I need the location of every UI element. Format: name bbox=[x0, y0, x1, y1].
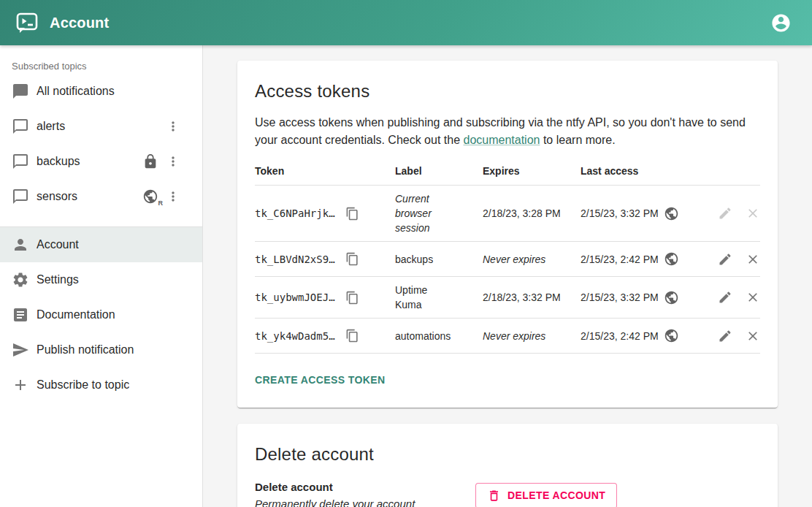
subscribed-topics-label: Subscribed topics bbox=[12, 61, 191, 72]
nav-label: Documentation bbox=[37, 308, 191, 321]
token-table-row: tk_C6NPaHrjk… Current browser session 2/… bbox=[255, 186, 760, 242]
chat-bubble-filled-icon bbox=[12, 83, 29, 100]
access-tokens-card: Access tokens Use access tokens when pub… bbox=[237, 61, 778, 408]
send-icon bbox=[12, 341, 29, 359]
sidebar-item-documentation[interactable]: Documentation bbox=[0, 297, 202, 332]
plus-icon bbox=[12, 376, 29, 394]
copy-icon[interactable] bbox=[345, 329, 359, 343]
person-icon bbox=[12, 236, 29, 254]
sidebar-topic-alerts[interactable]: alerts bbox=[0, 109, 202, 144]
topic-label: alerts bbox=[37, 120, 166, 133]
delete-token-icon[interactable] bbox=[746, 290, 760, 305]
delete-account-title: Delete account bbox=[255, 444, 760, 465]
delete-account-row-title: Delete account bbox=[255, 481, 475, 493]
token-value: tk_yk4wDadm5… bbox=[255, 330, 335, 342]
token-label: Current browser session bbox=[395, 191, 456, 235]
token-last-access: 2/15/23, 3:32 PM bbox=[581, 207, 659, 219]
edit-token-icon[interactable] bbox=[718, 329, 732, 343]
delete-token-icon[interactable] bbox=[746, 329, 760, 343]
delete-account-button[interactable]: DELETE ACCOUNT bbox=[475, 483, 617, 507]
col-header-label: Label bbox=[395, 158, 483, 185]
chat-bubble-outline-icon bbox=[12, 188, 29, 205]
token-expires: Never expires bbox=[483, 242, 581, 276]
token-table-row: tk_yk4wDadm5… automations Never expires … bbox=[255, 319, 760, 354]
sidebar-topic-backups[interactable]: backups bbox=[0, 144, 202, 179]
token-last-access: 2/15/23, 2:42 PM bbox=[581, 330, 659, 342]
token-table-row: tk_LBVdN2xS9… backups Never expires 2/15… bbox=[255, 242, 760, 277]
topic-menu-icon[interactable] bbox=[166, 118, 180, 135]
edit-token-icon[interactable] bbox=[718, 290, 732, 305]
sidebar: Subscribed topics All notificationsalert… bbox=[0, 45, 203, 507]
globe-reserved-icon: R bbox=[142, 188, 158, 205]
main-content: Access tokens Use access tokens when pub… bbox=[203, 45, 812, 507]
copy-icon[interactable] bbox=[345, 291, 359, 305]
chat-bubble-outline-icon bbox=[12, 118, 29, 135]
token-expires: Never expires bbox=[483, 319, 581, 353]
lock-icon bbox=[142, 153, 158, 169]
nav-label: Settings bbox=[37, 273, 191, 286]
sidebar-topics: All notificationsalertsbackupssensorsR bbox=[0, 74, 202, 214]
col-header-expires: Expires bbox=[483, 158, 581, 185]
edit-token-icon bbox=[718, 206, 732, 221]
page-title: Account bbox=[50, 15, 109, 31]
access-tokens-description: Use access tokens when publishing and su… bbox=[255, 114, 760, 149]
token-label: backups bbox=[395, 252, 433, 267]
sidebar-item-settings[interactable]: Settings bbox=[0, 262, 202, 297]
token-expires: 2/18/23, 3:28 PM bbox=[483, 197, 581, 231]
sidebar-item-account[interactable]: Account bbox=[0, 227, 202, 262]
tokens-table-header: Token Label Expires Last access bbox=[255, 158, 760, 186]
topic-menu-icon[interactable] bbox=[166, 188, 180, 205]
copy-icon[interactable] bbox=[345, 207, 359, 221]
ntfy-terminal-bubble-icon bbox=[15, 10, 39, 35]
globe-icon bbox=[664, 206, 679, 221]
article-icon bbox=[12, 306, 29, 324]
chat-bubble-outline-icon bbox=[12, 153, 29, 170]
delete-account-card: Delete account Delete account Permanentl… bbox=[237, 424, 778, 507]
globe-icon bbox=[664, 251, 679, 267]
token-label: Uptime Kuma bbox=[395, 283, 456, 312]
token-expires: 2/18/23, 3:32 PM bbox=[483, 281, 581, 315]
sidebar-item-subscribe-to-topic[interactable]: Subscribe to topic bbox=[0, 367, 202, 403]
token-value: tk_LBVdN2xS9… bbox=[255, 254, 335, 265]
documentation-link[interactable]: documentation bbox=[464, 134, 540, 146]
delete-account-row-subtitle: Permanently delete your account bbox=[255, 498, 475, 507]
nav-label: Publish notification bbox=[37, 343, 191, 357]
delete-token-icon[interactable] bbox=[746, 252, 760, 267]
delete-account-button-label: DELETE ACCOUNT bbox=[508, 489, 605, 501]
create-access-token-button[interactable]: CREATE ACCESS TOKEN bbox=[255, 370, 385, 390]
tokens-table: Token Label Expires Last access tk_C6NPa… bbox=[255, 158, 760, 354]
globe-icon bbox=[664, 290, 679, 305]
trash-icon bbox=[487, 489, 501, 503]
access-tokens-title: Access tokens bbox=[255, 81, 760, 102]
topic-label: sensors bbox=[37, 190, 142, 203]
token-label: automations bbox=[395, 329, 451, 343]
col-header-token: Token bbox=[255, 158, 395, 185]
token-last-access: 2/15/23, 3:32 PM bbox=[581, 291, 659, 303]
col-header-last-access: Last access bbox=[581, 158, 696, 185]
topic-label: All notifications bbox=[37, 85, 191, 98]
edit-token-icon[interactable] bbox=[718, 252, 732, 267]
sidebar-topic-sensors[interactable]: sensorsR bbox=[0, 179, 202, 214]
description-text-after: to learn more. bbox=[540, 134, 615, 146]
token-value: tk_uybwmJOEJ… bbox=[255, 291, 335, 303]
topic-label: backups bbox=[37, 155, 142, 168]
sidebar-item-publish-notification[interactable]: Publish notification bbox=[0, 332, 202, 367]
gear-icon bbox=[12, 271, 29, 289]
copy-icon[interactable] bbox=[345, 252, 359, 266]
account-circle-icon[interactable] bbox=[766, 8, 796, 38]
topic-menu-icon[interactable] bbox=[166, 153, 180, 170]
app-header: Account bbox=[0, 0, 812, 45]
token-last-access: 2/15/23, 2:42 PM bbox=[581, 254, 659, 265]
sidebar-nav: AccountSettingsDocumentationPublish noti… bbox=[0, 227, 202, 403]
sidebar-topic-all-notifications[interactable]: All notifications bbox=[0, 74, 202, 109]
globe-icon bbox=[664, 328, 679, 343]
token-table-row: tk_uybwmJOEJ… Uptime Kuma 2/18/23, 3:32 … bbox=[255, 277, 760, 319]
delete-account-row: Delete account Permanently delete your a… bbox=[255, 481, 760, 507]
delete-token-icon bbox=[746, 206, 760, 221]
token-value: tk_C6NPaHrjk… bbox=[255, 207, 335, 219]
nav-label: Subscribe to topic bbox=[37, 378, 191, 392]
nav-label: Account bbox=[37, 238, 191, 251]
